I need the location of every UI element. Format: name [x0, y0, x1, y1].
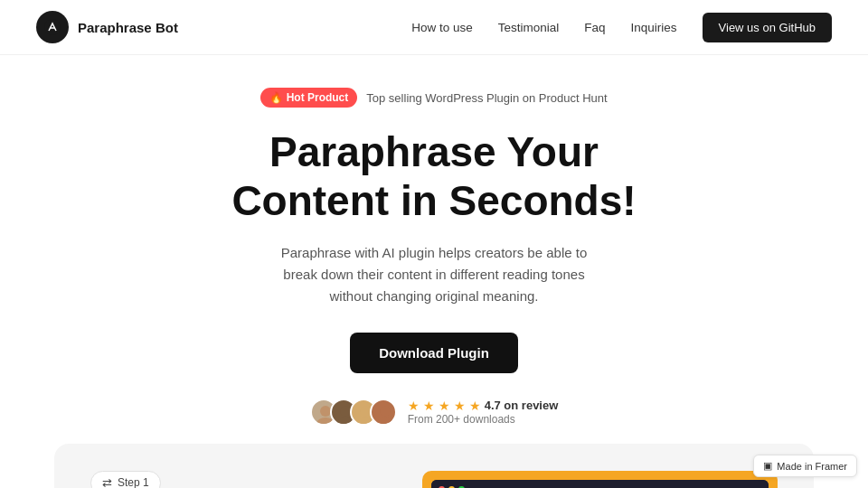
brand: Paraphrase Bot [36, 11, 178, 43]
bottom-left: ⇄ Step 1 Download The Plugin Download th… [90, 471, 386, 488]
download-plugin-button[interactable]: Download Plugin [350, 333, 518, 373]
svg-point-8 [376, 418, 394, 426]
hero-title: Paraphrase Your Content in Seconds! [231, 127, 636, 226]
navbar: Paraphrase Bot How to use Testimonial Fa… [0, 0, 868, 55]
step-label: Step 1 [118, 476, 149, 488]
nav-inquiries[interactable]: Inquiries [631, 21, 677, 34]
nav-faq[interactable]: Faq [584, 21, 605, 34]
svg-point-7 [380, 406, 391, 417]
downloads-text: From 200+ downloads [408, 413, 515, 426]
screenshot-inner: Highlight text you wish to paraphrase an… [431, 480, 769, 488]
rating-text: 4.7 on review [485, 399, 559, 412]
star-3: ★ [439, 399, 450, 413]
hero-subtitle: Paraphrase with AI plugin helps creators… [262, 242, 606, 307]
brand-name: Paraphrase Bot [78, 20, 178, 35]
screenshot-toolbar [431, 480, 769, 488]
star-1: ★ [408, 399, 420, 413]
framer-label: Made in Framer [777, 461, 847, 472]
star-half: ★ [469, 399, 481, 413]
nav-testimonial[interactable]: Testimonial [498, 21, 560, 34]
badge-row: 🔥 Hot Product Top selling WordPress Plug… [260, 88, 607, 108]
framer-badge: ▣ Made in Framer [753, 455, 857, 477]
star-2: ★ [423, 399, 435, 413]
nav-links: How to use Testimonial Faq Inquiries Vie… [411, 13, 832, 42]
social-proof: ★ ★ ★ ★ ★ 4.7 on review From 200+ downlo… [310, 399, 559, 426]
bottom-section: ⇄ Step 1 Download The Plugin Download th… [54, 444, 814, 488]
bottom-right: Highlight text you wish to paraphrase an… [422, 471, 778, 488]
badge-description: Top selling WordPress Plugin on Product … [366, 91, 607, 105]
step-icon: ⇄ [102, 476, 112, 488]
hero-section: 🔥 Hot Product Top selling WordPress Plug… [0, 55, 868, 444]
star-4: ★ [454, 399, 466, 413]
review-info: ★ ★ ★ ★ ★ 4.7 on review From 200+ downlo… [408, 399, 559, 426]
svg-point-1 [320, 406, 331, 417]
hot-product-badge: 🔥 Hot Product [260, 88, 357, 108]
svg-point-3 [340, 406, 351, 417]
stars-row: ★ ★ ★ ★ ★ 4.7 on review [408, 399, 559, 413]
nav-how-to-use[interactable]: How to use [411, 21, 473, 34]
svg-point-0 [44, 19, 61, 35]
brand-logo [36, 11, 69, 43]
svg-point-5 [360, 406, 371, 417]
avatars [310, 399, 397, 426]
framer-icon: ▣ [763, 460, 772, 472]
step-badge: ⇄ Step 1 [90, 471, 161, 488]
github-button[interactable]: View us on GitHub [703, 13, 832, 42]
plugin-screenshot: Highlight text you wish to paraphrase an… [422, 471, 778, 488]
avatar-4 [370, 399, 397, 426]
